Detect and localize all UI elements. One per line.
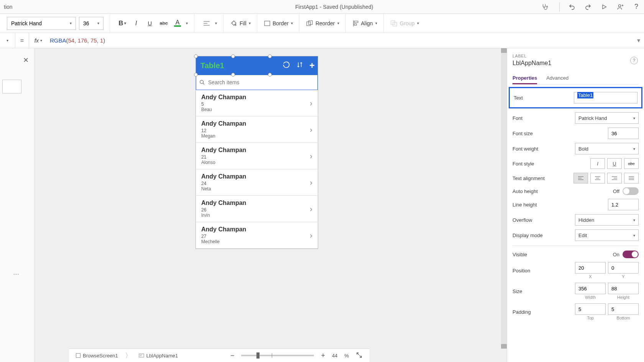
svg-point-0	[547, 6, 548, 7]
tab-properties[interactable]: Properties	[513, 73, 537, 84]
list-item[interactable]: Andy Champan 26 Irvin ›	[196, 196, 318, 222]
font-size-select[interactable]: 36 ▾	[79, 17, 104, 30]
displaymode-select[interactable]: Edit▾	[575, 229, 639, 241]
pad-top-input[interactable]	[575, 303, 606, 315]
bold-button[interactable]: B▾	[117, 18, 128, 29]
help-icon[interactable]: ?	[632, 3, 640, 11]
font-name-select[interactable]: Patrick Hand ▾	[7, 17, 76, 30]
align-left-button[interactable]	[573, 173, 588, 183]
prop-label-fontweight: Font weight	[513, 146, 538, 152]
height-input[interactable]	[608, 283, 639, 294]
zoom-out-button[interactable]: −	[230, 352, 235, 360]
prop-label-autoheight: Auto height	[513, 188, 538, 194]
pad-bottom-input[interactable]	[608, 303, 639, 315]
align-justify-button[interactable]	[624, 173, 639, 183]
formula-input[interactable]: RGBA(54, 176, 75, 1)	[48, 37, 633, 44]
sort-icon[interactable]	[296, 61, 303, 70]
chevron-down-icon[interactable]: ▾	[186, 21, 188, 25]
redo-icon[interactable]	[584, 3, 592, 11]
text-input[interactable]: Table1	[574, 92, 637, 103]
play-icon[interactable]	[600, 3, 608, 11]
chevron-down-icon[interactable]: ▾	[215, 21, 217, 25]
vertical-scrollbar[interactable]	[501, 48, 507, 349]
italic-button[interactable]: I	[131, 18, 141, 29]
italic-toggle[interactable]: I	[590, 158, 605, 169]
chevron-right-icon[interactable]: ›	[310, 178, 312, 187]
prop-label-font: Font	[513, 115, 522, 121]
prop-label-lineheight: Line height	[513, 202, 537, 208]
fontsize-input[interactable]	[608, 128, 639, 139]
underline-button[interactable]: U	[145, 18, 155, 29]
zoom-pct: %	[344, 353, 349, 359]
prop-label-padding: Padding	[513, 309, 531, 315]
search-input[interactable]	[208, 79, 314, 85]
font-select[interactable]: Patrick Hand▾	[575, 112, 639, 124]
app-header[interactable]: Table1 +	[196, 56, 318, 75]
property-dropdown[interactable]: ▾	[0, 33, 15, 48]
share-icon[interactable]	[616, 3, 624, 11]
list-item[interactable]: Andy Champan 12 Megan ›	[196, 116, 318, 143]
width-input[interactable]	[575, 283, 606, 294]
font-color-button[interactable]: A	[172, 18, 183, 29]
reorder-label: Reorder	[315, 20, 335, 26]
list-item[interactable]: Andy Champan 27 Mechelle ›	[196, 222, 318, 249]
screen-thumbnail[interactable]	[2, 80, 21, 93]
list-item-name: Andy Champan	[201, 120, 312, 127]
list-item-sub1: 26	[201, 207, 312, 213]
refresh-icon[interactable]	[283, 61, 290, 70]
more-icon[interactable]: ⋯	[13, 270, 19, 278]
fill-button[interactable]: Fill ▾	[230, 20, 251, 27]
expand-formula-icon[interactable]: ▾	[633, 37, 644, 44]
list-item-sub2: Mechelle	[201, 239, 312, 244]
align-right-button[interactable]	[607, 173, 622, 183]
chevron-down-icon: ▾	[291, 21, 293, 25]
prop-label-visible: Visible	[513, 252, 527, 257]
pos-x-input[interactable]	[575, 262, 606, 274]
chevron-right-icon[interactable]: ›	[310, 125, 312, 134]
canvas-area[interactable]: Table1 + Andy Champan 5 Beau	[34, 48, 507, 362]
undo-icon[interactable]	[568, 3, 576, 11]
app-header-title: Table1	[200, 61, 224, 70]
fx-label[interactable]: fx▾	[29, 37, 48, 44]
chevron-right-icon[interactable]: ›	[310, 152, 312, 161]
zoom-in-button[interactable]: +	[321, 352, 325, 360]
text-align-button[interactable]	[201, 18, 212, 29]
prop-label-text: Text	[514, 95, 523, 101]
reorder-button[interactable]: Reorder ▾	[306, 20, 339, 26]
breadcrumb-control[interactable]: LblAppName1	[139, 353, 178, 359]
strikethrough-button[interactable]: abc	[158, 18, 169, 29]
tab-advanced[interactable]: Advanced	[546, 73, 568, 84]
fontweight-select[interactable]: Bold▾	[575, 143, 639, 154]
close-icon[interactable]: ✕	[23, 56, 29, 64]
lineheight-input[interactable]	[608, 199, 639, 210]
stethoscope-icon[interactable]	[541, 3, 549, 11]
chevron-right-icon[interactable]: ›	[310, 205, 312, 213]
list-item[interactable]: Andy Champan 21 Alonso ›	[196, 143, 318, 169]
underline-toggle[interactable]: U	[607, 158, 622, 169]
prop-label-displaymode: Display mode	[513, 233, 543, 238]
add-icon[interactable]: +	[309, 60, 315, 71]
strike-toggle[interactable]: abc	[624, 158, 639, 169]
overflow-select[interactable]: Hidden▾	[575, 214, 639, 226]
formula-bar: ▾ = fx▾ RGBA(54, 176, 75, 1) ▾	[0, 33, 644, 48]
align-center-button[interactable]	[590, 173, 605, 183]
list-item[interactable]: Andy Champan 5 Beau ›	[196, 90, 318, 116]
screen-icon	[76, 353, 80, 358]
chevron-right-icon[interactable]: ›	[310, 99, 312, 108]
formula-fn: RGBA	[50, 37, 66, 44]
list-item-name: Andy Champan	[201, 94, 312, 101]
autoheight-toggle[interactable]	[623, 187, 639, 195]
zoom-slider[interactable]	[241, 355, 314, 356]
label-icon	[139, 353, 144, 358]
chevron-right-icon[interactable]: ›	[310, 231, 312, 240]
fit-screen-icon[interactable]	[356, 352, 363, 360]
list-item[interactable]: Andy Champan 24 Neta ›	[196, 169, 318, 196]
svg-line-15	[203, 83, 204, 85]
visible-toggle[interactable]	[623, 251, 639, 258]
align-button[interactable]: Align ▾	[353, 20, 377, 26]
breadcrumb-screen[interactable]: BrowseScreen1	[76, 353, 118, 359]
pos-y-input[interactable]	[608, 262, 639, 274]
search-box[interactable]	[196, 75, 318, 90]
border-button[interactable]: Border ▾	[264, 20, 293, 26]
help-icon[interactable]: ?	[630, 57, 638, 64]
